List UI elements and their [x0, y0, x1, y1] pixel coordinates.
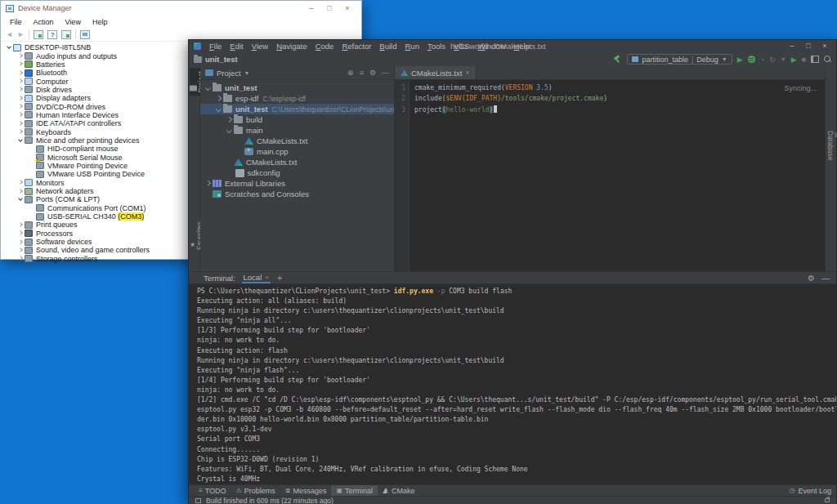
terminal-output[interactable]: PS C:\Users\thequantizer\CLionProjects\u…: [189, 284, 836, 484]
new-terminal-icon[interactable]: +: [277, 273, 282, 283]
expand-chevron-icon[interactable]: [204, 179, 213, 188]
project-tree-item[interactable]: main.cpp: [200, 146, 394, 157]
expand-chevron-icon[interactable]: [16, 60, 25, 69]
expand-chevron-icon[interactable]: [16, 246, 25, 254]
remote-icon[interactable]: [80, 30, 90, 39]
tool-window-button-cmake[interactable]: CMake: [378, 485, 420, 496]
console-window-icon[interactable]: [34, 30, 43, 39]
hide-panel-icon[interactable]: —: [382, 69, 389, 77]
project-panel-title[interactable]: Project: [217, 69, 241, 78]
collapse-chevron-icon[interactable]: [16, 195, 25, 203]
run-configuration-select[interactable]: partition_table | Debug ▼: [627, 54, 732, 65]
menu-item-navigate[interactable]: Navigate: [272, 42, 311, 51]
maximize-icon[interactable]: □: [800, 40, 817, 52]
editor-tab-cmakelists[interactable]: CMakeLists.txt ×: [395, 66, 477, 79]
collapse-chevron-icon[interactable]: [204, 83, 213, 92]
project-tree-item[interactable]: esp-idfC:\esp\esp-idf: [200, 93, 394, 104]
menu-item-refactor[interactable]: Refactor: [338, 42, 375, 51]
expand-chevron-icon[interactable]: [16, 94, 25, 102]
expand-chevron-icon[interactable]: [16, 230, 25, 238]
expand-chevron-icon[interactable]: [16, 111, 25, 119]
expand-chevron-icon[interactable]: [16, 86, 25, 94]
terminal-tab-local[interactable]: Local ×: [242, 272, 271, 283]
scan-icon[interactable]: [61, 30, 71, 39]
expand-chevron-icon[interactable]: [214, 94, 223, 103]
close-icon[interactable]: ×: [265, 274, 269, 281]
hide-panel-icon[interactable]: —: [821, 274, 830, 283]
gear-icon[interactable]: ⚙: [808, 274, 815, 283]
profile-button[interactable]: ◔: [760, 56, 764, 64]
back-arrow-icon[interactable]: ◄: [6, 30, 13, 38]
tool-window-button-problems[interactable]: ⚠Problems: [231, 485, 280, 496]
expand-chevron-icon[interactable]: [225, 115, 234, 124]
menu-item-tools[interactable]: Tools: [423, 42, 450, 51]
clion-titlebar[interactable]: FileEditViewNavigateCodeRefactorBuildRun…: [189, 40, 836, 52]
close-icon[interactable]: ×: [465, 69, 469, 77]
project-tree-item[interactable]: CMakeLists.txt: [200, 157, 394, 167]
project-tree-item[interactable]: sdkconfig: [200, 167, 394, 178]
run-button[interactable]: ▶: [737, 56, 743, 64]
tool-window-button-todo[interactable]: ≡TODO: [194, 485, 231, 496]
project-tree-item[interactable]: Scratches and Consoles: [200, 189, 394, 199]
project-tree-item[interactable]: build: [200, 114, 394, 125]
chevron-down-icon[interactable]: ▼: [244, 70, 250, 76]
expand-chevron-icon[interactable]: [16, 128, 25, 136]
tool-window-button-messages[interactable]: ≣Messages: [280, 485, 332, 496]
menu-item-code[interactable]: Code: [311, 42, 338, 51]
expand-chevron-icon[interactable]: [16, 78, 25, 86]
forward-arrow-icon[interactable]: ►: [17, 30, 25, 38]
collapse-all-icon[interactable]: ≡: [360, 69, 364, 77]
help-icon[interactable]: [47, 30, 57, 39]
menu-item-build[interactable]: Build: [375, 42, 401, 51]
rerun-icon[interactable]: ↻: [769, 56, 776, 64]
expand-chevron-icon[interactable]: [16, 187, 25, 195]
maximize-icon[interactable]: □: [320, 2, 338, 14]
menu-item-file[interactable]: File: [205, 42, 226, 51]
event-log-button[interactable]: ◷ Event Log: [789, 487, 831, 495]
attach-process-button[interactable]: ▶: [791, 56, 797, 64]
expand-chevron-icon[interactable]: [16, 119, 25, 127]
terminal-text: Executing action: all (aliases: build): [197, 297, 347, 305]
debug-button[interactable]: [748, 56, 755, 63]
menu-item-edit[interactable]: Edit: [226, 42, 247, 51]
search-everywhere-icon[interactable]: [824, 56, 831, 63]
expand-chevron-icon[interactable]: [16, 69, 25, 77]
expand-chevron-icon[interactable]: [16, 103, 25, 111]
menu-item-view[interactable]: View: [60, 18, 87, 26]
device-manager-titlebar[interactable]: Device Manager – □ ×: [1, 1, 361, 16]
menu-item-file[interactable]: File: [4, 18, 28, 26]
collapse-chevron-icon[interactable]: [225, 126, 234, 135]
breadcrumb[interactable]: unit_test: [205, 55, 238, 64]
database-tool-window-tab[interactable]: Database: [826, 128, 837, 163]
restore-layout-icon[interactable]: [811, 56, 819, 63]
tool-window-button-terminal[interactable]: ▣Terminal: [331, 485, 378, 496]
chevron-down-icon[interactable]: ▼: [781, 56, 786, 62]
minimize-icon[interactable]: –: [784, 40, 800, 52]
menu-item-view[interactable]: View: [248, 42, 272, 51]
collapse-chevron-icon[interactable]: [5, 43, 13, 51]
project-tree-item[interactable]: main: [200, 125, 394, 136]
project-tree-item[interactable]: unit_testC:\Users\thequantizer\CLionProj…: [200, 104, 394, 114]
expand-chevron-icon[interactable]: [16, 52, 25, 60]
menu-item-run[interactable]: Run: [401, 42, 423, 51]
project-tree-item[interactable]: CMakeLists.txt: [200, 136, 394, 146]
collapse-chevron-icon[interactable]: [16, 136, 25, 145]
gear-icon[interactable]: ⚙: [369, 69, 376, 77]
minimize-icon[interactable]: –: [302, 2, 320, 14]
locate-file-icon[interactable]: ⊕: [347, 69, 354, 77]
close-icon[interactable]: ×: [338, 2, 356, 14]
menu-item-help[interactable]: Help: [87, 18, 114, 26]
project-tree-item[interactable]: unit_test: [200, 83, 394, 93]
expand-chevron-icon[interactable]: [16, 255, 25, 263]
menu-item-action[interactable]: Action: [28, 18, 60, 26]
code-editor[interactable]: 123 cmake_minimum_required(VERSION 3.5)i…: [395, 80, 825, 271]
expand-chevron-icon[interactable]: [16, 238, 25, 246]
stop-button[interactable]: ■: [802, 56, 806, 64]
expand-chevron-icon[interactable]: [16, 221, 25, 229]
close-icon[interactable]: ×: [817, 40, 833, 52]
collapse-chevron-icon[interactable]: [214, 105, 223, 114]
terminal-text: Features: WiFi, BT, Dual Core, 240MHz, V…: [197, 466, 528, 473]
project-tree-item[interactable]: External Libraries: [200, 178, 394, 189]
expand-chevron-icon[interactable]: [16, 179, 25, 187]
build-hammer-icon[interactable]: [613, 55, 622, 64]
